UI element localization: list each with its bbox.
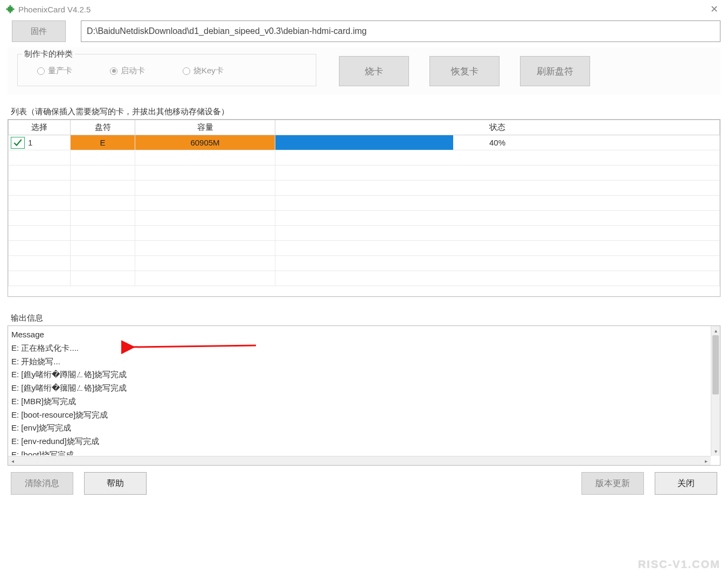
close-button[interactable]: 关闭 [655,472,717,495]
card-type-group: 制作卡的种类 量产卡 启动卡 烧Key卡 [17,54,316,86]
titlebar: PhoenixCard V4.2.5 ✕ [0,0,728,18]
options-area: 制作卡的种类 量产卡 启动卡 烧Key卡 [8,47,720,95]
firmware-button[interactable]: 固件 [12,20,66,42]
table-row[interactable]: 1E60905M40% [9,135,720,150]
message-line: E: [env]烧写完成 [11,421,717,435]
table-row-empty [9,165,720,181]
table-row-empty [9,211,720,226]
app-icon [5,4,15,14]
radio-key-card[interactable]: 烧Key卡 [183,66,224,76]
watermark: RISC-V1.COM [638,558,720,571]
output-group: 输出信息 Message E: 正在格式化卡....E: 开始烧写...E: [… [8,313,720,466]
row-index: 1 [28,138,32,147]
checkmark-icon[interactable] [11,137,25,149]
scroll-left-icon[interactable]: ◂ [8,456,17,466]
message-content[interactable]: Message E: 正在格式化卡....E: 开始烧写...E: [鐎у啫绗�… [8,326,720,455]
table-row-empty [9,181,720,196]
close-icon[interactable]: ✕ [706,3,723,15]
table-row-empty [9,271,720,286]
radio-label: 启动卡 [121,66,145,76]
table-row-empty [9,226,720,241]
scrollbar-vertical[interactable]: ▴ ▾ [711,326,720,456]
device-list-legend: 列表（请确保插入需要烧写的卡，并拔出其他移动存储设备） [11,107,720,117]
footer: 清除消息 帮助 版本更新 关闭 [8,466,720,495]
scrollbar-horizontal[interactable]: ◂ ▸ [8,456,711,465]
message-line: E: 开始烧写... [11,355,717,369]
message-line: E: [boot]烧写完成 [11,448,717,455]
scroll-down-icon[interactable]: ▾ [711,447,720,456]
radio-mass-card[interactable]: 量产卡 [37,66,72,76]
message-line: E: [鐎у啫绗�蹲閽ㄥ铬]烧写完成 [11,368,717,382]
firmware-row: 固件 [8,20,720,42]
app-title: PhoenixCard V4.2.5 [18,5,91,14]
table-row-empty [9,150,720,165]
restore-button[interactable]: 恢复卡 [429,56,500,86]
message-line: E: [鐎у啫绗�簼閽ㄥ铬]烧写完成 [11,382,717,395]
message-line: E: [env-redund]烧写完成 [11,435,717,448]
device-list-group: 列表（请确保插入需要烧写的卡，并拔出其他移动存储设备） 选择 盘符 容量 状态 … [8,107,720,297]
table-row-empty [9,256,720,271]
message-line: E: [boot-resource]烧写完成 [11,408,717,422]
scroll-up-icon[interactable]: ▴ [711,326,720,335]
refresh-button[interactable]: 刷新盘符 [520,56,590,86]
clear-messages-button[interactable]: 清除消息 [11,472,73,495]
message-line: E: 正在格式化卡.... [11,342,717,355]
col-capacity[interactable]: 容量 [135,120,275,135]
col-drive[interactable]: 盘符 [71,120,135,135]
help-button[interactable]: 帮助 [84,472,147,495]
firmware-path-input[interactable] [81,20,720,42]
card-type-legend: 制作卡的种类 [22,49,75,59]
radio-icon [183,67,190,75]
radio-icon [110,67,117,75]
radio-label: 量产卡 [48,66,72,76]
message-header: Message [11,328,717,342]
table-row-empty [9,196,720,211]
check-update-button[interactable]: 版本更新 [581,472,644,495]
drive-cell: E [71,135,135,150]
message-line: E: [MBR]烧写完成 [11,395,717,408]
radio-boot-card[interactable]: 启动卡 [110,66,145,76]
status-cell: 40% [275,135,720,150]
device-table: 选择 盘符 容量 状态 1E60905M40% [8,119,720,297]
table-header-row: 选择 盘符 容量 状态 [9,120,720,135]
scroll-thumb[interactable] [712,335,719,394]
message-box: Message E: 正在格式化卡....E: 开始烧写...E: [鐎у啫绗�… [8,325,720,466]
scroll-right-icon[interactable]: ▸ [702,456,711,466]
col-status[interactable]: 状态 [275,120,720,135]
capacity-cell: 60905M [135,135,275,150]
output-legend: 输出信息 [11,313,720,323]
radio-icon [37,67,45,75]
table-row-empty [9,241,720,256]
col-select[interactable]: 选择 [9,120,71,135]
radio-label: 烧Key卡 [193,66,224,76]
burn-button[interactable]: 烧卡 [339,56,409,86]
